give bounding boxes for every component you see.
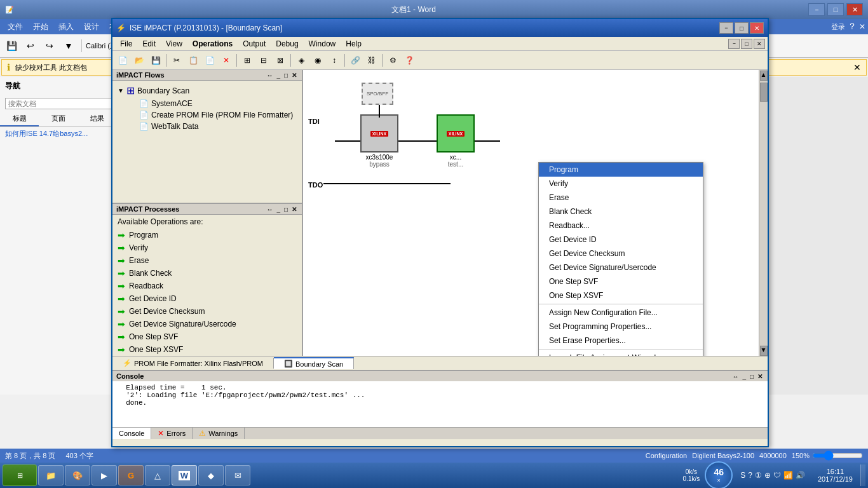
word-nav-item[interactable]: 如何用ISE 14.7给basys2... <box>0 127 117 140</box>
impact-open-btn[interactable]: 📂 <box>132 53 147 68</box>
impact-chain-btn[interactable]: 🔗 <box>348 53 363 68</box>
impact-proc-minimize[interactable]: _ <box>275 206 281 213</box>
impact-menu-operations[interactable]: Operations <box>187 38 238 50</box>
impact-move-btn[interactable]: ↕ <box>327 53 342 68</box>
word-nav-tab-title[interactable]: 标题 <box>0 112 39 126</box>
network-circle[interactable]: 46 × <box>705 461 733 488</box>
ctx-get-checksum[interactable]: Get Device Checksum <box>539 247 703 261</box>
taskbar-btn-mail[interactable]: ✉ <box>225 465 250 485</box>
ctx-erase[interactable]: Erase <box>539 191 703 205</box>
impact-menu-file[interactable]: File <box>115 38 137 50</box>
word-maximize-btn[interactable]: □ <box>827 3 844 16</box>
ctx-verify[interactable]: Verify <box>539 177 703 191</box>
impact-device2-btn[interactable]: ◉ <box>310 53 325 68</box>
proc-blank-check[interactable]: ➡ Blank Check <box>112 267 302 280</box>
ctx-get-device-id[interactable]: Get Device ID <box>539 233 703 247</box>
impact-menu-view[interactable]: View <box>161 38 187 50</box>
impact-save-btn[interactable]: 💾 <box>148 53 163 68</box>
word-minimize-btn[interactable]: － <box>808 3 825 16</box>
taskbar-btn-garuda[interactable]: G <box>118 465 144 485</box>
impact-flows-minimize[interactable]: _ <box>275 72 281 79</box>
impact-delete-btn[interactable]: ✕ <box>219 53 234 68</box>
word-ribbon-close[interactable]: ✕ <box>859 22 865 31</box>
impact-maximize-btn[interactable]: □ <box>735 22 749 34</box>
taskbar-clock[interactable]: 16:11 2017/12/19 <box>813 468 858 483</box>
console-restore[interactable]: □ <box>749 373 755 380</box>
impact-proc-expand[interactable]: ↔ <box>265 206 274 213</box>
taskbar-btn-paint[interactable]: 🎨 <box>65 465 90 485</box>
console-close[interactable]: ✕ <box>756 373 764 380</box>
word-save-btn[interactable]: 💾 <box>3 37 20 55</box>
systray-circle1[interactable]: ① <box>755 471 762 480</box>
word-menu-design[interactable]: 设计 <box>79 20 104 34</box>
systray-sogou[interactable]: S <box>740 471 745 480</box>
bypass-device-box[interactable]: SPO/BFF <box>362 83 393 105</box>
word-account-btn[interactable]: 登录 <box>831 22 845 32</box>
taskbar-btn-explorer[interactable]: 📁 <box>38 465 64 485</box>
word-close-btn[interactable]: ✕ <box>846 3 863 16</box>
impact-copy-btn[interactable]: 📋 <box>186 53 201 68</box>
device2-rect[interactable]: XILINX <box>437 114 475 152</box>
systray-network[interactable]: 📶 <box>783 471 793 480</box>
impact-grid2-btn[interactable]: ⊟ <box>256 53 271 68</box>
impact-flows-restore[interactable]: □ <box>283 72 289 79</box>
impact-tree-systemace[interactable]: 📄 SystemACE <box>128 98 299 109</box>
word-nav-tab-page[interactable]: 页面 <box>39 112 78 126</box>
impact-menu-output[interactable]: Output <box>238 38 271 50</box>
proc-one-step-xsvf[interactable]: ➡ One Step XSVF <box>112 343 302 356</box>
proc-get-checksum[interactable]: ➡ Get Device Checksum <box>112 305 302 318</box>
impact-tree-boundaryscan[interactable]: ▼ ⊞ Boundary Scan <box>115 83 299 98</box>
status-tab-prom[interactable]: ⚡ PROM File Formatter: Xilinx Flash/PROM <box>112 358 274 369</box>
taskbar-btn-word[interactable]: W <box>172 465 197 485</box>
proc-program[interactable]: ➡ Program <box>112 229 302 241</box>
ctx-set-erase-props[interactable]: Set Erase Properties... <box>539 334 703 348</box>
impact-tree-prom[interactable]: 📄 Create PROM File (PROM File Formatter) <box>128 109 299 121</box>
show-desktop-btn[interactable] <box>860 464 865 486</box>
proc-verify[interactable]: ➡ Verify <box>112 241 302 254</box>
systray-volume[interactable]: 🔊 <box>796 471 805 480</box>
ctx-readback[interactable]: Readback... <box>539 219 703 233</box>
impact-settings-btn[interactable]: ⚙ <box>385 53 400 68</box>
taskbar-start-btn[interactable]: ⊞ <box>3 464 37 486</box>
impact-inner-max[interactable]: □ <box>741 39 752 49</box>
systray-expand[interactable]: ⊕ <box>764 471 771 480</box>
impact-menu-edit[interactable]: Edit <box>137 38 161 50</box>
proc-get-device-id[interactable]: ➡ Get Device ID <box>112 292 302 305</box>
word-menu-insert[interactable]: 插入 <box>53 20 79 34</box>
word-undo-btn[interactable]: ↩ <box>22 37 39 55</box>
impact-device1-btn[interactable]: ◈ <box>294 53 309 68</box>
impact-chain2-btn[interactable]: ⛓ <box>364 53 379 68</box>
ctx-assign-config[interactable]: Assign New Configuration File... <box>539 306 703 320</box>
ctx-one-step-svf[interactable]: One Step SVF <box>539 274 703 288</box>
impact-grid1-btn[interactable]: ⊞ <box>240 53 255 68</box>
scroll-thumb[interactable] <box>760 83 768 102</box>
ctx-blank-check[interactable]: Blank Check <box>539 205 703 219</box>
notification-close[interactable]: ✕ <box>853 62 861 72</box>
ctx-program[interactable]: Program <box>539 163 703 177</box>
impact-new-btn[interactable]: 📄 <box>115 53 130 68</box>
scroll-up-btn[interactable]: ▲ <box>760 71 768 81</box>
impact-tree-webtalk[interactable]: 📄 WebTalk Data <box>128 121 299 132</box>
impact-flows-close[interactable]: ✕ <box>290 72 298 79</box>
scroll-down-btn[interactable]: ▼ <box>760 346 768 356</box>
impact-menu-window[interactable]: Window <box>304 38 341 50</box>
taskbar-btn-triangle[interactable]: △ <box>145 465 170 485</box>
impact-close-btn[interactable]: ✕ <box>750 22 764 34</box>
impact-menu-help[interactable]: Help <box>341 38 367 50</box>
impact-proc-restore[interactable]: □ <box>283 206 289 213</box>
impact-inner-min[interactable]: － <box>728 39 740 49</box>
word-ribbon-min[interactable]: ？ <box>848 21 857 32</box>
console-tab-errors[interactable]: ✕ Errors <box>151 428 193 439</box>
ctx-one-step-xsvf[interactable]: One Step XSVF <box>539 288 703 302</box>
proc-erase[interactable]: ➡ Erase <box>112 254 302 267</box>
impact-inner-close[interactable]: ✕ <box>754 39 765 49</box>
console-tab-warnings[interactable]: ⚠ Warnings <box>193 428 245 439</box>
ctx-set-prog-props[interactable]: Set Programming Properties... <box>539 320 703 334</box>
impact-cut-btn[interactable]: ✂ <box>169 53 184 68</box>
word-search-input[interactable] <box>5 98 112 109</box>
impact-proc-close[interactable]: ✕ <box>290 206 298 213</box>
proc-get-signature[interactable]: ➡ Get Device Signature/Usercode <box>112 318 302 330</box>
taskbar-btn-play[interactable]: ▶ <box>92 465 117 485</box>
impact-flows-expand[interactable]: ↔ <box>265 72 274 79</box>
proc-readback[interactable]: ➡ Readback <box>112 280 302 292</box>
